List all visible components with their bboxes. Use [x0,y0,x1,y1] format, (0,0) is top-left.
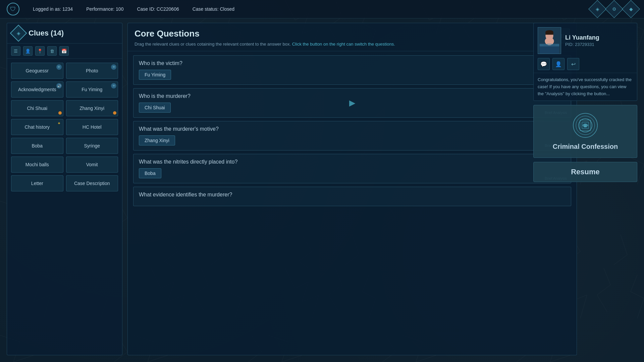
shield-icon: 🛡 [10,6,16,13]
filter-person-btn[interactable]: 👤 [23,46,33,56]
top-bar: 🛡 Logged in as: 1234 Performance: 100 Ca… [0,0,644,18]
criminal-confession-card[interactable]: Criminal Confession [533,105,637,158]
svg-rect-9 [555,45,559,46]
clue-item[interactable]: HC Hotel [66,119,118,135]
svg-rect-7 [547,44,552,45]
case-status-info: Case status: Closed [193,6,234,12]
sparkle-icon: ✦ [56,121,62,126]
filter-trash-btn[interactable]: 🗑 [47,46,57,56]
orange-dot-icon [58,111,62,115]
core-questions-panel: Core Questions Drag the relevant clues o… [127,23,577,355]
sound-icon: 🔊 [56,83,62,88]
profile-actions: 💬 👤 ↩ [534,58,637,73]
question-text: Who is the murderer? [139,93,566,99]
answer-chip[interactable]: Zhang Xinyi [139,135,175,145]
profile-name: Li Yuanfang [565,34,599,41]
case-id-info: Case ID: CC220606 [137,6,179,12]
svg-rect-16 [584,125,587,127]
clues-panel-header: ◈ Clues (14) [7,23,122,44]
chat-btn[interactable]: 💬 [538,58,550,70]
core-questions-header: Core Questions Drag the relevant clues o… [128,23,577,51]
clues-title: Clues (14) [29,29,64,38]
filter-list-btn[interactable]: ☰ [11,46,20,56]
profile-header: Li Yuanfang PID: 23729331 [534,23,637,58]
orange-dot-icon [113,111,116,115]
answer-chip[interactable]: Fu Yiming [139,70,171,80]
avatar [538,27,561,54]
profile-pid: PID: 23729331 [565,42,599,47]
clue-item[interactable]: Vomit [66,157,118,173]
gear-icon: ⚙ [612,6,616,12]
cursor-indicator: ▶ [349,98,355,108]
question-text: What was the nitrites directly placed in… [139,159,566,165]
clue-item[interactable]: Chi Shuai [11,100,63,116]
clues-panel: ◈ Clues (14) ☰ 👤 📍 🗑 📅 Geoguessr👁Photo👁A… [7,23,122,355]
question-card: What was the murderer's motive?Zhang Xin… [133,121,571,150]
clue-item[interactable]: Photo👁 [66,63,118,79]
performance-info: Performance: 100 [86,6,123,12]
eye-icon: 👁 [111,64,116,70]
resume-button[interactable]: Resume [533,162,637,182]
app-logo: 🛡 [7,3,19,15]
profile-info: Li Yuanfang PID: 23729331 [565,34,599,47]
filter-calendar-btn[interactable]: 📅 [59,46,69,56]
filter-location-btn[interactable]: 📍 [35,46,45,56]
question-card: Who is the murderer?Chi ShuaiBrief Analy… [133,88,571,118]
subtitle-plain: Drag the relevant clues or clues cotaini… [135,42,291,47]
question-text: Who is the victim? [139,60,566,66]
person-btn[interactable]: 👤 [552,58,565,70]
diamond-icon-1: ◈ [596,6,599,12]
answer-chip[interactable]: Chi Shuai [139,103,171,113]
right-panel: Li Yuanfang PID: 23729331 💬 👤 ↩ Congratu… [533,23,637,355]
svg-rect-6 [545,32,553,35]
clue-item[interactable]: Syringe [66,138,118,154]
question-text: What was the murderer's motive? [139,126,566,132]
clue-item[interactable]: Letter [11,175,63,191]
diamond-icon-2: ◆ [629,6,633,12]
clue-item[interactable]: Fu Yiming👁 [66,81,118,98]
clue-item[interactable]: Mochi balls [11,157,63,173]
confession-label: Criminal Confession [553,142,618,151]
svg-rect-8 [540,45,544,46]
top-nav-button-2[interactable]: ⚙ [605,0,623,18]
clue-item[interactable]: Boba [11,138,63,154]
diamond-clues-icon: ◈ [17,31,20,36]
clue-item[interactable]: Case Description [66,175,118,191]
question-text: What evidence identifies the murderer? [139,192,566,198]
clues-grid: Geoguessr👁Photo👁Acknowledgments🔊Fu Yimin… [7,59,122,195]
question-card: Who is the victim?Fu YimingBrief Analysi… [133,55,571,85]
clue-item[interactable]: Acknowledgments🔊 [11,81,63,98]
question-card: What evidence identifies the murderer? [133,187,571,206]
profile-card: Li Yuanfang PID: 23729331 💬 👤 ↩ Congratu… [533,23,637,101]
top-nav-button-3[interactable]: ◆ [622,0,640,18]
core-questions-subtitle: Drag the relevant clues or clues cotaini… [135,41,570,48]
eye-icon: 👁 [56,64,62,70]
questions-container: Who is the victim?Fu YimingBrief Analysi… [128,51,577,350]
return-btn[interactable]: ↩ [567,58,579,70]
subtitle-highlight: Click the button on the right can switch… [292,42,395,47]
clue-item[interactable]: Chat history✦ [11,119,63,135]
profile-message: Congratulations, you've successfully cra… [534,73,637,101]
confession-icon [572,112,599,139]
top-bar-buttons: ◈ ⚙ ◆ [591,3,637,15]
top-nav-button-1[interactable]: ◈ [588,0,606,18]
question-card: What was the nitrites directly placed in… [133,154,571,183]
eye-icon: 👁 [111,83,116,88]
filter-bar: ☰ 👤 📍 🗑 📅 [7,44,122,59]
core-questions-title: Core Questions [135,28,570,39]
logged-in-info: Logged in as: 1234 [33,6,73,12]
answer-chip[interactable]: Boba [139,168,161,178]
clues-panel-icon: ◈ [10,25,27,42]
clue-item[interactable]: Geoguessr👁 [11,63,63,79]
clue-item[interactable]: Zhang Xinyi [66,100,118,116]
